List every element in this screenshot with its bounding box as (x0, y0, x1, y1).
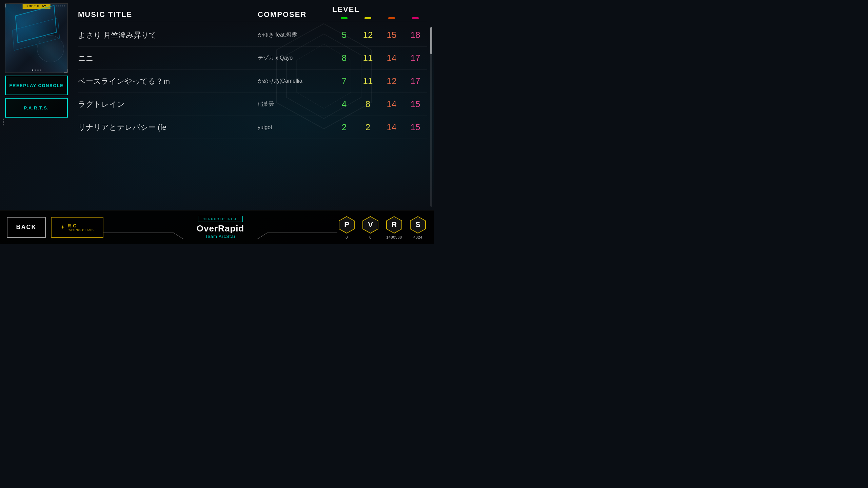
level-hard: 12 (381, 76, 402, 86)
level-easy: 7 (334, 76, 354, 86)
music-item-levels: 4 8 14 15 (332, 99, 427, 109)
list-header: MUSIC TITLE COMPOSER LEVEL (78, 5, 427, 22)
level-easy: 8 (334, 53, 354, 63)
score-badge-v: V 0 (361, 216, 380, 239)
music-item-title: ベースラインやってる？ｍ (78, 76, 258, 86)
music-item-title: よさり 月竺澄み昇りて (78, 30, 258, 40)
music-item-levels: 2 2 14 15 (332, 122, 427, 133)
level-easy: 4 (334, 99, 354, 109)
badge-letter: V (368, 220, 373, 229)
level-extreme: 15 (405, 99, 426, 109)
music-item-title: ラグトレイン (78, 99, 258, 109)
level-hard: 15 (381, 30, 402, 40)
music-item-levels: 7 11 12 17 (332, 76, 427, 86)
right-panel: MUSIC TITLE COMPOSER LEVEL よさり 月竺澄み昇りて か… (70, 0, 434, 210)
album-art: FREE PLAY (5, 3, 68, 73)
level-easy: 2 (334, 122, 354, 133)
level-hard: 14 (381, 53, 402, 63)
freeplay-console-button[interactable]: FREEPLAY CONSOLE (5, 76, 68, 95)
music-item[interactable]: ベースラインやってる？ｍ かめりあ(Camellia 7 11 12 17 (78, 70, 427, 93)
music-item[interactable]: ニニ テゾカ x Qayo 8 11 14 17 (78, 47, 427, 70)
badge-score: 4024 (413, 235, 422, 239)
music-item-composer: かゆき feat.燈露 (258, 32, 332, 39)
level-extreme: 17 (405, 53, 426, 63)
center-info: RENDERER INFO. OverRapid Team ArcStar (197, 216, 244, 239)
music-item[interactable]: よさり 月竺澄み昇りて かゆき feat.燈露 5 12 15 18 (78, 24, 427, 47)
easy-indicator (341, 17, 348, 19)
music-item-composer: yuigot (258, 124, 332, 130)
badge-score: 0 (346, 235, 348, 239)
bottom-bar: BACK ✦ R.C RATING CLASS RENDERER INFO. O… (0, 210, 434, 244)
badge-hex: P (337, 216, 356, 234)
badge-score: 0 (369, 235, 372, 239)
rc-icon: ✦ (60, 224, 65, 230)
parts-button[interactable]: P.A.R.T.S. (5, 98, 68, 118)
extreme-indicator (412, 17, 419, 19)
svg-line-4 (174, 233, 192, 239)
music-item-title: ニニ (78, 53, 258, 63)
level-normal: 11 (358, 53, 378, 63)
music-item-levels: 8 11 14 17 (332, 53, 427, 63)
music-item[interactable]: ラグトレイン 稲葉曇 4 8 14 15 (78, 93, 427, 116)
badge-hex: V (361, 216, 380, 234)
rc-text: R.C RATING CLASS (67, 223, 94, 232)
badge-letter: P (344, 220, 349, 229)
left-panel: FREE PLAY FREEPLAY CONSOLE (0, 0, 70, 210)
level-normal: 12 (358, 30, 378, 40)
badge-letter: R (392, 220, 397, 229)
level-easy: 5 (334, 30, 354, 40)
level-normal: 2 (358, 122, 378, 133)
music-item-composer: 稲葉曇 (258, 101, 332, 108)
level-indicators (332, 16, 427, 19)
score-badge-s: S 4024 (409, 216, 427, 239)
music-list: よさり 月竺澄み昇りて かゆき feat.燈露 5 12 15 18 ニニ テゾ… (78, 24, 427, 207)
music-item[interactable]: リナリアとテレパシー (fe yuigot 2 2 14 15 (78, 116, 427, 139)
badge-score: 1480368 (386, 235, 402, 239)
music-item-composer: テゾカ x Qayo (258, 55, 332, 62)
score-badges: P 0 V 0 R 1480368 S 4024 (337, 216, 427, 239)
music-item-levels: 5 12 15 18 (332, 30, 427, 40)
music-title-header: MUSIC TITLE (78, 10, 258, 19)
level-hard: 14 (381, 99, 402, 109)
rating-class-button[interactable]: ✦ R.C RATING CLASS (51, 217, 103, 238)
badge-hex: R (385, 216, 403, 234)
svg-line-6 (249, 233, 267, 239)
composer-header: COMPOSER (258, 10, 332, 19)
score-badge-p: P 0 (337, 216, 356, 239)
score-badge-r: R 1480368 (385, 216, 403, 239)
level-extreme: 17 (405, 76, 426, 86)
music-item-composer: かめりあ(Camellia (258, 78, 332, 85)
level-hard: 14 (381, 122, 402, 133)
badge-hex: S (409, 216, 427, 234)
music-item-title: リナリアとテレパシー (fe (78, 122, 258, 133)
center-area: RENDERER INFO. OverRapid Team ArcStar (103, 216, 337, 239)
level-normal: 11 (358, 76, 378, 86)
level-normal: 8 (358, 99, 378, 109)
level-header: LEVEL (332, 5, 427, 14)
back-button[interactable]: BACK (7, 217, 46, 238)
level-extreme: 15 (405, 122, 426, 133)
level-extreme: 18 (405, 30, 426, 40)
normal-indicator (364, 17, 371, 19)
hard-indicator (388, 17, 395, 19)
badge-letter: S (415, 220, 420, 229)
